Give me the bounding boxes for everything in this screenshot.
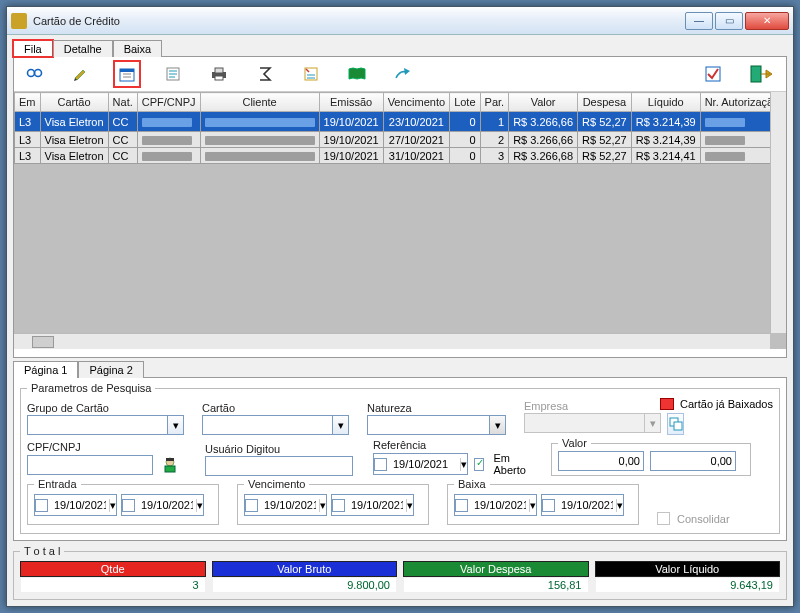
venc-to-checkbox[interactable] [332, 499, 345, 512]
tab-fila[interactable]: Fila [13, 40, 53, 57]
top-tabstrip: Fila Detalhe Baixa [7, 35, 793, 56]
data-table[interactable]: EmCartãoNat.CPF/CNPJClienteEmissãoVencim… [14, 92, 786, 164]
vertical-scrollbar[interactable] [770, 92, 786, 333]
svg-rect-4 [120, 69, 134, 72]
close-button[interactable]: ✕ [745, 12, 789, 30]
usuario-input[interactable] [205, 456, 353, 476]
baixa-from-checkbox[interactable] [455, 499, 468, 512]
table-row[interactable]: L3Visa EletronCC19/10/202123/10/202101R$… [15, 112, 787, 132]
tab-baixa[interactable]: Baixa [113, 40, 163, 57]
chevron-down-icon[interactable]: ▾ [616, 499, 623, 512]
cell [137, 132, 200, 148]
chevron-down-icon[interactable]: ▾ [319, 499, 326, 512]
chevron-down-icon[interactable]: ▾ [196, 499, 203, 512]
chevron-down-icon[interactable]: ▾ [406, 499, 413, 512]
minimize-button[interactable]: — [685, 12, 713, 30]
column-header[interactable]: Valor [509, 93, 578, 112]
chevron-down-icon[interactable]: ▾ [489, 415, 506, 435]
chevron-down-icon[interactable]: ▾ [332, 415, 349, 435]
chevron-down-icon[interactable]: ▾ [167, 415, 184, 435]
svg-rect-18 [751, 66, 761, 82]
person-icon[interactable] [159, 454, 181, 476]
cell [200, 112, 319, 132]
column-header[interactable]: Cartão [40, 93, 108, 112]
chevron-down-icon[interactable]: ▾ [460, 458, 467, 471]
column-header[interactable]: Despesa [578, 93, 632, 112]
column-header[interactable]: Lote [450, 93, 480, 112]
chevron-down-icon[interactable]: ▾ [109, 499, 116, 512]
total-liquido-value: 9.643,19 [595, 577, 781, 593]
grupo-cartao-select[interactable] [27, 415, 167, 435]
window-title: Cartão de Crédito [33, 15, 685, 27]
baixa-to-date[interactable] [558, 495, 616, 515]
chevron-down-icon: ▾ [644, 413, 661, 433]
tab-detalhe[interactable]: Detalhe [53, 40, 113, 57]
cpf-input[interactable] [27, 455, 153, 475]
cell [137, 148, 200, 164]
app-icon [11, 13, 27, 29]
chevron-down-icon[interactable]: ▾ [529, 499, 536, 512]
referencia-checkbox[interactable] [374, 458, 387, 471]
sum-icon[interactable] [254, 63, 276, 85]
export-icon[interactable] [392, 63, 414, 85]
baixa-to-checkbox[interactable] [542, 499, 555, 512]
horizontal-scrollbar[interactable] [14, 333, 770, 349]
cell: 31/10/2021 [383, 148, 449, 164]
grid[interactable]: EmCartãoNat.CPF/CNPJClienteEmissãoVencim… [14, 91, 786, 349]
entrada-from-checkbox[interactable] [35, 499, 48, 512]
entrada-from-date[interactable] [51, 495, 109, 515]
tab-pagina-2[interactable]: Página 2 [78, 361, 143, 378]
column-header[interactable]: CPF/CNPJ [137, 93, 200, 112]
maximize-button[interactable]: ▭ [715, 12, 743, 30]
natureza-select[interactable] [367, 415, 489, 435]
cell: 0 [450, 132, 480, 148]
book-icon[interactable] [346, 63, 368, 85]
form-icon[interactable] [162, 63, 184, 85]
cell: 0 [450, 112, 480, 132]
venc-to-date[interactable] [348, 495, 406, 515]
entrada-to-date[interactable] [138, 495, 196, 515]
tab-pagina-1[interactable]: Página 1 [13, 361, 78, 378]
cartao-select[interactable] [202, 415, 332, 435]
calendar-icon[interactable] [116, 63, 138, 85]
column-header[interactable]: Par. [480, 93, 509, 112]
toolbar [14, 57, 786, 91]
label-vencimento: Vencimento [244, 478, 309, 490]
exit-icon[interactable] [748, 63, 776, 85]
check-icon[interactable] [702, 63, 724, 85]
label-cpf: CPF/CNPJ [27, 441, 187, 453]
table-row[interactable]: L3Visa EletronCC19/10/202127/10/202102R$… [15, 132, 787, 148]
totals-legend: T o t a l [20, 545, 64, 557]
venc-from-checkbox[interactable] [245, 499, 258, 512]
cell: R$ 3.266,66 [509, 132, 578, 148]
cell: R$ 52,27 [578, 132, 632, 148]
column-header[interactable]: Emissão [319, 93, 383, 112]
table-row[interactable]: L3Visa EletronCC19/10/202131/10/202103R$… [15, 148, 787, 164]
valor-min-input[interactable] [558, 451, 644, 471]
column-header[interactable]: Cliente [200, 93, 319, 112]
column-header[interactable]: Nat. [108, 93, 137, 112]
search-legend: Parametros de Pesquisa [27, 382, 155, 394]
search-icon[interactable] [24, 63, 46, 85]
cell: R$ 52,27 [578, 148, 632, 164]
svg-rect-23 [166, 458, 174, 461]
column-header[interactable]: Líquido [631, 93, 700, 112]
valor-max-input[interactable] [650, 451, 736, 471]
label-emaberto: Em Aberto [493, 452, 533, 476]
column-header[interactable]: Vencimento [383, 93, 449, 112]
label-grupo: Grupo de Cartão [27, 402, 184, 414]
baixa-from-date[interactable] [471, 495, 529, 515]
totals-panel: T o t a l Qtde3 Valor Bruto9.800,00 Valo… [13, 545, 787, 600]
empresa-lookup-button[interactable] [667, 413, 684, 435]
label-valor: Valor [558, 437, 591, 449]
print-icon[interactable] [208, 63, 230, 85]
emaberto-checkbox[interactable] [474, 458, 484, 471]
referencia-date[interactable] [390, 454, 460, 474]
cell [200, 132, 319, 148]
entrada-to-checkbox[interactable] [122, 499, 135, 512]
notes-icon[interactable] [300, 63, 322, 85]
edit-icon[interactable] [70, 63, 92, 85]
cell: CC [108, 132, 137, 148]
column-header[interactable]: Em [15, 93, 41, 112]
venc-from-date[interactable] [261, 495, 319, 515]
